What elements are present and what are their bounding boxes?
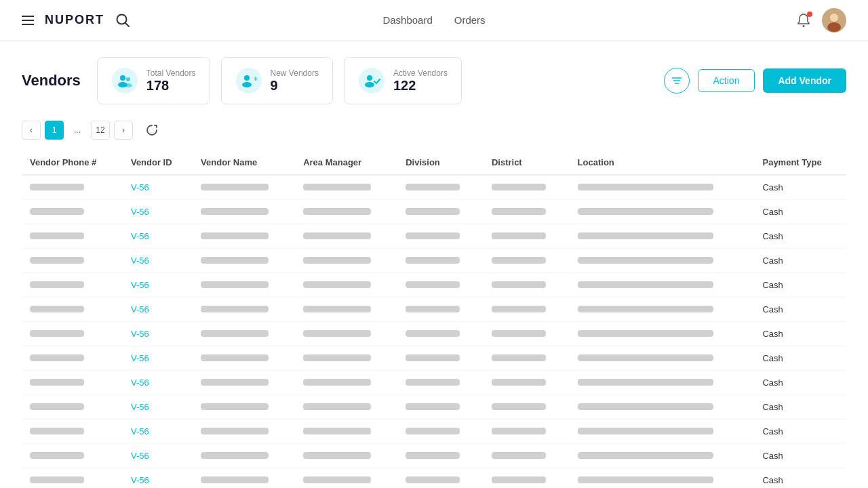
cell-phone [22, 444, 123, 468]
cell-district [484, 420, 570, 444]
svg-point-13 [242, 82, 252, 87]
cell-division [397, 371, 484, 395]
action-button[interactable]: Action [698, 69, 755, 92]
cell-payment-type: Cash [754, 200, 846, 224]
cell-vendor-id: V-56 [123, 468, 193, 489]
cell-location [570, 273, 755, 298]
cell-vendor-name [193, 346, 295, 371]
cell-division [397, 346, 484, 371]
cell-vendor-id: V-56 [123, 346, 193, 371]
cell-phone [22, 468, 123, 489]
cell-district [484, 200, 570, 224]
svg-point-5 [827, 22, 841, 32]
stat-active-vendors-value: 122 [393, 78, 448, 94]
refresh-button[interactable] [142, 121, 161, 140]
stat-cards: Total Vendors 178 + New Vendors 9 [97, 57, 648, 104]
notification-bell[interactable] [796, 13, 811, 28]
header-left: NUPORT [22, 13, 130, 28]
cell-location [570, 298, 755, 322]
col-vendor-phone: Vendor Phone # [22, 150, 123, 175]
cell-division [397, 224, 484, 249]
cell-payment-type: Cash [754, 224, 846, 249]
app-header: NUPORT Dashboard Orders [0, 0, 868, 41]
cell-payment-type: Cash [754, 298, 846, 322]
cell-vendor-id: V-56 [123, 224, 193, 249]
svg-point-2 [803, 25, 805, 27]
cell-location [570, 224, 755, 249]
cell-division [397, 420, 484, 444]
cell-payment-type: Cash [754, 249, 846, 273]
table-row[interactable]: V-56 Cash [22, 175, 846, 200]
cell-payment-type: Cash [754, 395, 846, 420]
col-payment-type: Payment Type [754, 150, 846, 175]
cell-vendor-name [193, 444, 295, 468]
cell-location [570, 322, 755, 346]
prev-page-button[interactable]: ‹ [22, 121, 41, 140]
cell-district [484, 371, 570, 395]
table-row[interactable]: V-56 Cash [22, 420, 846, 444]
cell-vendor-name [193, 371, 295, 395]
avatar[interactable] [822, 8, 846, 33]
cell-location [570, 249, 755, 273]
table-row[interactable]: V-56 Cash [22, 200, 846, 224]
stat-new-vendors: + New Vendors 9 [221, 57, 333, 104]
svg-point-16 [367, 75, 372, 81]
cell-vendor-name [193, 322, 295, 346]
table-row[interactable]: V-56 Cash [22, 444, 846, 468]
search-icon[interactable] [115, 13, 130, 28]
pagination: ‹ 1 ... 12 › [22, 121, 846, 140]
menu-icon[interactable] [22, 16, 34, 25]
cell-payment-type: Cash [754, 322, 846, 346]
cell-area-manager [295, 200, 397, 224]
cell-district [484, 175, 570, 200]
table-row[interactable]: V-56 Cash [22, 346, 846, 371]
filter-button[interactable] [664, 68, 690, 94]
table-row[interactable]: V-56 Cash [22, 224, 846, 249]
stat-total-vendors: Total Vendors 178 [97, 57, 210, 104]
stat-active-vendors-info: Active Vendors 122 [393, 68, 448, 94]
svg-point-10 [125, 83, 132, 87]
svg-point-7 [120, 75, 125, 81]
add-vendor-button[interactable]: Add Vendor [763, 68, 846, 93]
table-row[interactable]: V-56 Cash [22, 322, 846, 346]
table-row[interactable]: V-56 Cash [22, 395, 846, 420]
cell-district [484, 298, 570, 322]
svg-point-4 [830, 14, 838, 22]
table-row[interactable]: V-56 Cash [22, 298, 846, 322]
table-row[interactable]: V-56 Cash [22, 468, 846, 489]
cell-area-manager [295, 249, 397, 273]
svg-text:+: + [254, 75, 258, 83]
cell-location [570, 444, 755, 468]
cell-payment-type: Cash [754, 273, 846, 298]
cell-phone [22, 371, 123, 395]
table-row[interactable]: V-56 Cash [22, 249, 846, 273]
cell-area-manager [295, 322, 397, 346]
pagination-dots: ... [68, 121, 87, 140]
col-location: Location [570, 150, 755, 175]
cell-area-manager [295, 346, 397, 371]
page-actions: Action Add Vendor [664, 68, 846, 94]
cell-division [397, 249, 484, 273]
table-row[interactable]: V-56 Cash [22, 371, 846, 395]
svg-point-8 [126, 77, 130, 81]
cell-phone [22, 273, 123, 298]
cell-division [397, 444, 484, 468]
nav-orders[interactable]: Orders [454, 14, 486, 26]
cell-vendor-name [193, 249, 295, 273]
cell-division [397, 200, 484, 224]
nav-dashboard[interactable]: Dashboard [382, 14, 432, 26]
cell-division [397, 395, 484, 420]
main-nav: Dashboard Orders [382, 14, 485, 26]
next-page-button[interactable]: › [114, 121, 133, 140]
page-1-button[interactable]: 1 [45, 121, 64, 140]
last-page-button[interactable]: 12 [91, 121, 110, 140]
cell-vendor-id: V-56 [123, 298, 193, 322]
cell-location [570, 175, 755, 200]
stat-total-vendors-info: Total Vendors 178 [146, 68, 196, 94]
stat-total-vendors-value: 178 [146, 78, 196, 94]
cell-phone [22, 420, 123, 444]
cell-area-manager [295, 444, 397, 468]
cell-vendor-name [193, 224, 295, 249]
svg-point-15 [359, 68, 384, 94]
table-row[interactable]: V-56 Cash [22, 273, 846, 298]
